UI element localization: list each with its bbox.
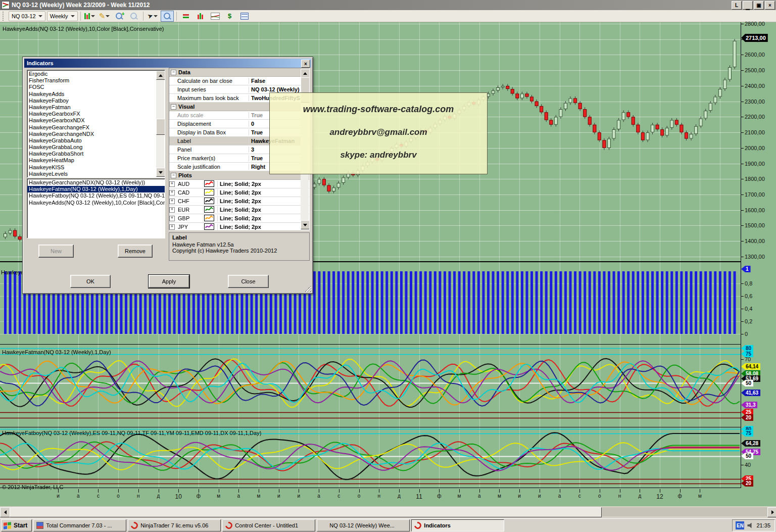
title-bar[interactable]: NQ 03-12 (Weekly) Week 23/2009 - Week 11… xyxy=(0,0,776,10)
time-axis-label: ф xyxy=(437,493,441,499)
copyright-label: © 2012 NinjaTrader, LLC xyxy=(2,484,63,490)
list-item-indicator[interactable]: FisherTransform xyxy=(27,77,165,84)
list-item-indicator[interactable]: HawkeyeKISS xyxy=(27,164,165,171)
collapse-icon[interactable]: − xyxy=(171,173,176,178)
list-item-indicator[interactable]: HawkeyeGearboxFX xyxy=(27,111,165,117)
plot-name: EUR xyxy=(175,207,204,213)
expand-icon[interactable]: + xyxy=(169,224,175,230)
axis-tick xyxy=(741,296,744,297)
scroll-up-button[interactable] xyxy=(301,69,310,78)
list-item-indicator[interactable]: HawkeyeGearboxNDX xyxy=(27,117,165,124)
volume-icon[interactable] xyxy=(747,523,753,528)
plot-row[interactable]: +CADLine; Solid; 2px xyxy=(169,188,309,197)
property-name: Calculate on bar close xyxy=(169,78,249,84)
data-box-button[interactable] xyxy=(161,11,174,22)
property-row[interactable]: Calculate on bar closeFalse xyxy=(169,77,309,85)
list-item-indicator[interactable]: HawkeyeFatman xyxy=(27,104,165,111)
instrument-selector[interactable]: NQ 03-12 xyxy=(9,11,45,21)
axis-tick xyxy=(741,321,744,322)
configured-indicators-list[interactable]: HawkeyeGearchangeNDX(NQ 03-12 (Weekly))H… xyxy=(27,178,165,238)
resize-grip[interactable] xyxy=(305,285,311,292)
drawing-tools-button[interactable]: ✎ xyxy=(98,11,111,22)
chart-trader-button[interactable] xyxy=(194,11,207,22)
list-item-indicator[interactable]: HawkeyeGearchangeFX xyxy=(27,124,165,131)
list-item-indicator[interactable]: HawkeyeGrabbaLong xyxy=(27,144,165,151)
expand-icon[interactable]: + xyxy=(169,181,175,187)
zoom-in-button[interactable]: + xyxy=(113,11,126,22)
scrollbar-thumb[interactable] xyxy=(156,119,165,135)
taskbar-item[interactable]: NinjaTrader 7 lic.emu v5.06 xyxy=(128,519,221,531)
cursor-button[interactable]: ➤ xyxy=(146,11,159,22)
time-tick xyxy=(319,489,319,493)
ok-button[interactable]: OK xyxy=(70,275,111,288)
list-item-indicator[interactable]: HawkeyeFatboy xyxy=(27,98,165,104)
expand-icon[interactable]: + xyxy=(169,216,175,221)
instrument-value: NQ 03-12 xyxy=(12,13,36,19)
taskbar-item[interactable]: Total Commander 7.03 - ... xyxy=(33,519,126,531)
list-item-indicator[interactable]: HawkeyeHeatMap xyxy=(27,157,165,164)
list-item-indicator[interactable]: HawkeyeGearchangeNDX xyxy=(27,131,165,137)
close-button-dialog[interactable]: Close xyxy=(228,275,269,288)
plot-row[interactable]: +GBPLine; Solid; 2px xyxy=(169,214,309,223)
scroll-right-button[interactable] xyxy=(767,507,776,517)
language-indicator[interactable]: EN xyxy=(736,521,744,529)
list-item-indicator[interactable]: HawkeyeAdds xyxy=(27,91,165,98)
collapse-icon[interactable]: − xyxy=(171,70,176,75)
property-section[interactable]: −Data xyxy=(169,68,309,77)
list-item-configured[interactable]: HawkeyeFatman(NQ 03-12 (Weekly),1,Day) xyxy=(27,186,165,192)
list-item-indicator[interactable]: HawkeyeLevels xyxy=(27,171,165,177)
expand-icon[interactable]: + xyxy=(169,190,175,196)
list-item-indicator[interactable]: Ergodic xyxy=(27,71,165,77)
list-item-configured[interactable]: HawkeyeAdds(NQ 03-12 (Weekly),10,Color [… xyxy=(27,200,165,206)
time-axis-label: м xyxy=(698,493,702,499)
taskbar-item[interactable]: Control Center - Untitled1 xyxy=(222,519,315,531)
list-item-configured[interactable]: HawkeyeGearchangeNDX(NQ 03-12 (Weekly)) xyxy=(27,179,165,186)
market-analyzer-button[interactable] xyxy=(179,11,192,22)
dialog-close-button[interactable]: × xyxy=(301,60,310,68)
scrollbar-thumb[interactable] xyxy=(10,507,602,517)
list-scrollbar[interactable] xyxy=(156,71,164,177)
restore-button[interactable]: ▣ xyxy=(754,1,764,10)
pointer-icon: ➤ xyxy=(146,12,154,21)
taskbar-item-label: Control Center - Untitled1 xyxy=(235,522,298,528)
expand-icon[interactable]: + xyxy=(169,199,175,204)
start-button[interactable]: Start xyxy=(1,519,32,531)
minimize-button[interactable]: ▁ xyxy=(743,1,753,10)
info-title: Label xyxy=(172,234,306,240)
scroll-down-button[interactable] xyxy=(301,220,310,229)
property-value[interactable]: False xyxy=(249,78,309,84)
scroll-down-button[interactable] xyxy=(156,168,165,177)
close-button[interactable]: × xyxy=(765,1,775,10)
properties-button[interactable] xyxy=(238,11,251,22)
plot-row[interactable]: +JPYLine; Solid; 2px xyxy=(169,223,309,230)
news-button[interactable]: $ xyxy=(223,11,236,22)
scrollbar-track[interactable] xyxy=(601,507,767,516)
list-item-configured[interactable]: HawkeyeFatboy(NQ 03-12 (Weekly),ES 09-11… xyxy=(27,192,165,199)
available-indicators-list[interactable]: ErgodicFisherTransformFOSCHawkeyeAddsHaw… xyxy=(27,70,165,178)
expand-icon[interactable]: + xyxy=(169,207,175,213)
taskbar-item[interactable]: NQ 03-12 (Weekly) Wee... xyxy=(317,519,410,531)
list-item-indicator[interactable]: HawkeyeGrabbaAuto xyxy=(27,137,165,144)
plot-row[interactable]: +CHFLine; Solid; 2px xyxy=(169,197,309,206)
scroll-up-button[interactable] xyxy=(156,71,165,80)
toolbar-separator xyxy=(80,12,81,21)
time-axis[interactable]: иасонд10фмамииасонд11фмамииасонд12фм xyxy=(0,488,776,506)
apply-button[interactable]: Apply xyxy=(149,275,189,288)
plot-row[interactable]: +AUDLine; Solid; 2px xyxy=(169,180,309,188)
time-tick xyxy=(199,489,199,493)
remove-button[interactable]: Remove xyxy=(118,245,153,258)
property-value[interactable]: NQ 03-12 (Weekly) xyxy=(249,86,309,92)
dialog-title-bar[interactable]: Indicators × xyxy=(24,59,311,68)
watermark-line2: andreybbrv@gmail.com xyxy=(270,127,487,137)
list-item-indicator[interactable]: HawkeyeGrabbaShort xyxy=(27,151,165,157)
horizontal-scrollbar[interactable] xyxy=(0,506,776,518)
plot-row[interactable]: +EURLine; Solid; 2px xyxy=(169,206,309,214)
line-chart-button[interactable] xyxy=(209,11,222,22)
window-extra-button[interactable]: L xyxy=(732,1,742,10)
list-item-indicator[interactable]: FOSC xyxy=(27,84,165,90)
collapse-icon[interactable]: − xyxy=(171,104,176,110)
period-selector[interactable]: Weekly xyxy=(47,11,78,21)
chart-style-button[interactable] xyxy=(83,11,96,22)
taskbar-item[interactable]: Indicators xyxy=(411,519,504,531)
scroll-left-button[interactable] xyxy=(0,507,10,517)
